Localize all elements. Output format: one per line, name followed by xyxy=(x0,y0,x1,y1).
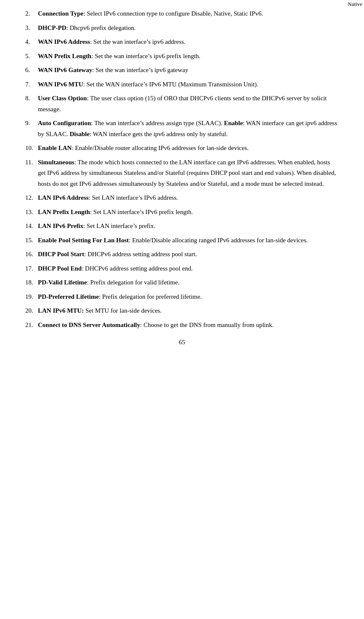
item-content: DHCP-PD: Dhcpv6 prefix delegation. xyxy=(38,23,339,34)
list-item: 9. Auto Configuration: The wan interface… xyxy=(25,118,339,139)
list-item: 17. DHCP Pool End: DHCPv6 address settin… xyxy=(25,263,339,274)
list-item: 12. LAN IPv6 Address: Set LAN interface’… xyxy=(25,193,339,204)
item-number: 17. xyxy=(25,263,38,274)
list-item: 2. Connection Type: Select IPv6 connecti… xyxy=(25,8,339,19)
item-content: DHCP Pool Start: DHCPv6 address setting … xyxy=(38,249,339,260)
item-desc: : Set the wan interface’s ipv6 prefix le… xyxy=(91,53,200,59)
item-term: Simultaneous xyxy=(38,159,74,166)
item-desc: : Enable/Disable router allocating IPv6 … xyxy=(72,145,248,151)
item-desc: : DHCPv6 address setting address pool st… xyxy=(84,251,197,257)
list-item: 19. PD-Preferred Lifetime: Prefix delega… xyxy=(25,292,339,303)
item-term: DHCP Pool End xyxy=(38,265,82,272)
item-desc: : Set LAN interface’s IPv6 prefix length… xyxy=(90,209,193,215)
item-number: 19. xyxy=(25,292,38,303)
item-desc: : DHCPv6 address setting address pool en… xyxy=(82,265,193,272)
list-item: 5. WAN Prefix Length: Set the wan interf… xyxy=(25,51,339,62)
item-content: LAN Prefix Length: Set LAN interface’s I… xyxy=(38,207,339,218)
item-content: DHCP Pool End: DHCPv6 address setting ad… xyxy=(38,263,339,274)
item-desc: : Choose to get the DNS from manually fr… xyxy=(140,322,274,328)
list-item: 14. LAN IPv6 Prefix: Set LAN interface’s… xyxy=(25,221,339,232)
top-right-label: Native xyxy=(346,0,364,8)
item-number: 15. xyxy=(25,235,38,246)
item-term: User Class Option xyxy=(38,95,87,102)
item-content: WAN IPv6 Gateway: Set the wan interface’… xyxy=(38,65,339,76)
item-number: 12. xyxy=(25,193,38,204)
item-number: 14. xyxy=(25,221,38,232)
list-item: 15. Enable Pool Setting For Lan Host: En… xyxy=(25,235,339,246)
item-term: DHCP-PD xyxy=(38,24,66,31)
item-term: LAN IPv6 Prefix xyxy=(38,222,83,229)
item-number: 9. xyxy=(25,118,38,139)
item-number: 5. xyxy=(25,51,38,62)
item-content: LAN IPv6 Address: Set LAN interface’s IP… xyxy=(38,193,339,204)
list-item: 21. Connect to DNS Server Automatically:… xyxy=(25,320,339,331)
item-desc: Set MTU for lan-side devices. xyxy=(84,307,162,314)
item-term: Auto Configuration xyxy=(38,120,91,126)
item-content: Auto Configuration: The wan interface’s … xyxy=(38,118,339,139)
list-item: 6. WAN IPv6 Gateway: Set the wan interfa… xyxy=(25,65,339,76)
item-term: PD-Valid Lifetime xyxy=(38,279,87,286)
item-term: Enable LAN xyxy=(38,145,72,151)
item-term: WAN IPv6 Address xyxy=(38,38,90,45)
item-desc: : Set the wan interface’s ipv6 gateway xyxy=(92,67,188,73)
item-term: LAN IPv6 MTU: xyxy=(38,307,84,314)
list-item: 4. WAN IPv6 Address: Set the wan interfa… xyxy=(25,37,339,48)
list-item: 11. Simultaneous: The mode which hosts c… xyxy=(25,157,339,190)
item-content: WAN Prefix Length: Set the wan interface… xyxy=(38,51,339,62)
item-content: User Class Option: The user class option… xyxy=(38,93,339,115)
item-term: WAN Prefix Length xyxy=(38,53,91,59)
item-content: WAN IPv6 MTU: Set the WAN interface’s IP… xyxy=(38,79,339,90)
item-content: Connection Type: Select IPv6 connection … xyxy=(38,8,339,19)
item-desc: : Prefix delegation for preferred lifeti… xyxy=(99,293,202,300)
item-term: LAN Prefix Length xyxy=(38,209,90,215)
item-content: Simultaneous: The mode which hosts conne… xyxy=(38,157,339,190)
item-number: 10. xyxy=(25,143,38,154)
item-desc: : The wan interface’s address assign typ… xyxy=(91,120,224,126)
item-number: 6. xyxy=(25,65,38,76)
item-term: Enable Pool Setting For Lan Host xyxy=(38,237,129,244)
item-content: WAN IPv6 Address: Set the wan interface’… xyxy=(38,37,339,48)
item-number: 21. xyxy=(25,320,38,331)
list-item: 20. LAN IPv6 MTU: Set MTU for lan-side d… xyxy=(25,305,339,316)
item-number: 13. xyxy=(25,207,38,218)
item-term: WAN IPv6 Gateway xyxy=(38,67,92,73)
item-number: 3. xyxy=(25,23,38,34)
item-number: 7. xyxy=(25,79,38,90)
item-desc: : Set the WAN interface’s IPv6 MTU (Maxi… xyxy=(83,81,258,88)
item-number: 8. xyxy=(25,93,38,115)
item-desc: : Set the wan interface’s ipv6 address. xyxy=(90,38,186,45)
item-content: LAN IPv6 MTU: Set MTU for lan-side devic… xyxy=(38,305,339,316)
item-number: 2. xyxy=(25,8,38,19)
page-number: 65 xyxy=(25,339,339,346)
item-term: WAN IPv6 MTU xyxy=(38,81,83,88)
item-number: 16. xyxy=(25,249,38,260)
item-desc: : Prefix delegation for valid lifetime. xyxy=(87,279,180,286)
list-item: 7. WAN IPv6 MTU: Set the WAN interface’s… xyxy=(25,79,339,90)
list-item: 13. LAN Prefix Length: Set LAN interface… xyxy=(25,207,339,218)
item-desc: : Set LAN interface’s prefix. xyxy=(83,222,155,229)
item-content: PD-Valid Lifetime: Prefix delegation for… xyxy=(38,277,339,288)
list-item: 10. Enable LAN: Enable/Disable router al… xyxy=(25,143,339,154)
item-desc: : Dhcpv6 prefix delegation. xyxy=(66,24,136,31)
item-content: LAN IPv6 Prefix: Set LAN interface’s pre… xyxy=(38,221,339,232)
item-content: PD-Preferred Lifetime: Prefix delegation… xyxy=(38,292,339,303)
item-term: PD-Preferred Lifetime xyxy=(38,293,99,300)
item-content: Enable Pool Setting For Lan Host: Enable… xyxy=(38,235,339,246)
list-item: 16. DHCP Pool Start: DHCPv6 address sett… xyxy=(25,249,339,260)
item-number: 11. xyxy=(25,157,38,190)
item-bold: Enable xyxy=(224,120,243,126)
item-bold: Disable xyxy=(69,131,90,137)
item-desc: : The mode which hosts connected to the … xyxy=(38,159,336,187)
item-content: Connect to DNS Server Automatically: Cho… xyxy=(38,320,339,331)
list-item: 3. DHCP-PD: Dhcpv6 prefix delegation. xyxy=(25,23,339,34)
list-item: 8. User Class Option: The user class opt… xyxy=(25,93,339,115)
item-number: 18. xyxy=(25,277,38,288)
item-desc: : Select IPv6 connection type to configu… xyxy=(83,10,263,17)
list-item: 18. PD-Valid Lifetime: Prefix delegation… xyxy=(25,277,339,288)
item-desc: : Set LAN interface’s IPv6 address. xyxy=(89,194,178,201)
content-area: 2. Connection Type: Select IPv6 connecti… xyxy=(25,8,339,330)
item-content: Enable LAN: Enable/Disable router alloca… xyxy=(38,143,339,154)
item-term: Connect to DNS Server Automatically xyxy=(38,322,140,328)
item-number: 20. xyxy=(25,305,38,316)
item-term: LAN IPv6 Address xyxy=(38,194,89,201)
